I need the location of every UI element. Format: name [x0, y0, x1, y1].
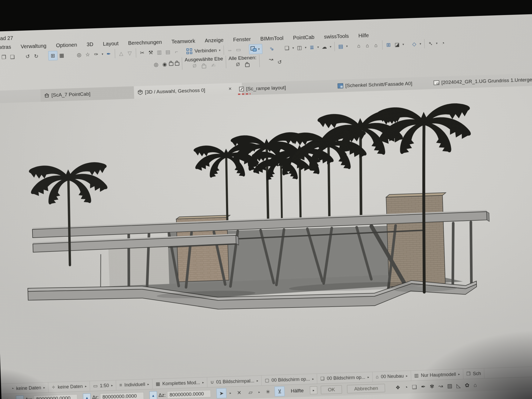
eye-on-icon[interactable]: ◉	[160, 60, 169, 69]
menu-layout[interactable]: Layout	[103, 41, 119, 47]
grid-icon[interactable]: ▦	[57, 51, 66, 60]
curve-tool-icon[interactable]: ↝	[438, 383, 443, 389]
raise-icon[interactable]: ▥	[155, 48, 164, 57]
dimension-icon[interactable]: ⇔	[225, 45, 234, 55]
spiral-undo-icon[interactable]: ↺	[275, 57, 284, 66]
marquee-tool-button[interactable]: ▱	[246, 388, 255, 397]
snap-grid-icon[interactable]: ⊞	[48, 51, 58, 61]
coord-dr[interactable]: ▲ Δr: 80000000.0000	[83, 392, 144, 399]
verbinden-label[interactable]: Verbinden	[194, 48, 217, 54]
menu-swisstools[interactable]: swissTools	[324, 33, 349, 40]
corner-icon[interactable]: ⌐	[172, 47, 181, 56]
coord-dx[interactable]: ▲ Δx: 80000000.0000	[16, 394, 77, 399]
menu-verwaltung[interactable]: Verwaltung	[21, 43, 46, 49]
pen-tool-icon[interactable]: ✒	[421, 384, 425, 390]
axonometry-icon[interactable]: ◇	[410, 39, 418, 49]
compass-tool-icon[interactable]: ◔	[404, 384, 408, 390]
copy-icon[interactable]: ❐	[0, 53, 8, 62]
menu-bimmtool[interactable]: BIMmTool	[260, 35, 284, 42]
cut-tool-button[interactable]: ✕	[234, 388, 244, 397]
wave-arrow-icon[interactable]: ↝	[267, 55, 275, 64]
list-caret-icon[interactable]: ▾	[316, 45, 320, 49]
haelfte-caret-icon[interactable]: ▸	[310, 386, 317, 394]
walkthrough-icon[interactable]: ➴	[426, 39, 435, 48]
status-segment-scale[interactable]: ▭ 1:50 ▸	[90, 380, 116, 391]
flower-tool-icon[interactable]: ✿	[465, 382, 469, 389]
viewport-3d[interactable]	[0, 84, 532, 384]
cloud-caret-icon[interactable]: ▾	[329, 45, 332, 48]
ok-button[interactable]: OK	[321, 385, 342, 394]
favorites-star-icon[interactable]: ☆	[83, 50, 92, 59]
unlock-icon[interactable]	[169, 62, 173, 66]
menu-optionen[interactable]: Optionen	[56, 42, 77, 49]
menu-anzeige[interactable]: Anzeige	[205, 37, 224, 43]
menu-hilfe[interactable]: Hilfe	[358, 32, 369, 38]
menu-teamwork[interactable]: Teamwork	[171, 38, 195, 45]
list-view-icon[interactable]: ≣	[308, 43, 316, 52]
panel-pen-icon[interactable]: ◪	[393, 40, 401, 49]
layers-caret-icon[interactable]: ▾	[345, 44, 349, 48]
cursor-target-icon[interactable]: ◎	[75, 50, 84, 59]
status-segment-zoom[interactable]: ◔ keine Daten ▸	[8, 382, 49, 394]
pickup-caret-icon[interactable]: ▾	[101, 52, 104, 56]
eye-cycle-icon[interactable]: ◎	[152, 60, 161, 69]
status-segment-partial[interactable]: ❒ Sch	[463, 368, 484, 379]
walk-caret-icon[interactable]: ▾	[435, 41, 439, 45]
selected-hide-icon[interactable]: Ø	[192, 63, 196, 69]
dx-value[interactable]: 80000000.0000	[34, 394, 78, 399]
section-view-icon[interactable]: ◫	[295, 43, 304, 52]
lock-icon[interactable]	[175, 62, 179, 66]
adjust-icon[interactable]: ⚒	[146, 48, 155, 57]
section-caret-icon[interactable]: ▾	[304, 46, 308, 49]
all-lock-icon[interactable]	[245, 63, 249, 67]
cloud-icon[interactable]: ☁	[320, 42, 329, 51]
selected-hand-icon[interactable]: ✍	[211, 62, 216, 69]
marquee-caret-icon[interactable]: ▾	[257, 47, 261, 51]
triangle-tool-icon[interactable]: ◺	[456, 382, 461, 389]
level-down-icon[interactable]: ▽	[125, 49, 134, 58]
spark-tool-button[interactable]: ✳	[263, 387, 273, 397]
paste-icon[interactable]: ❏	[8, 52, 17, 62]
verbinden-icon[interactable]	[185, 47, 194, 56]
all-hide-icon[interactable]: Ø	[236, 62, 240, 67]
verbinden-caret-icon[interactable]: ▾	[218, 48, 222, 52]
clipboard-tool-icon[interactable]: ❏	[412, 384, 417, 390]
edge-cut-icon[interactable]: ◔	[438, 38, 447, 48]
hatch-tool-icon[interactable]: ▨	[447, 383, 453, 389]
selected-lock-icon[interactable]	[202, 65, 206, 69]
status-segment-renovation[interactable]: ⌂ 00 Neubau ▸	[373, 371, 411, 382]
dz-value[interactable]: 80000000.0000	[167, 390, 211, 398]
axo-caret-icon[interactable]: ▾	[418, 42, 422, 45]
menu-extras[interactable]: Extras	[0, 44, 11, 50]
home-tool-icon[interactable]: ⌂	[474, 382, 477, 388]
tab-close-icon[interactable]: ×	[227, 86, 234, 92]
dr-value[interactable]: 80000000.0000	[100, 392, 144, 399]
pin-tool-icon[interactable]: ❖	[395, 384, 401, 391]
cursor-tool-caret-icon[interactable]: ▸	[228, 391, 232, 395]
status-segment-pen[interactable]: ✧ keine Daten ▸	[48, 381, 90, 392]
stairs-icon[interactable]: ▤	[163, 47, 172, 56]
layers-icon[interactable]: ▤	[336, 42, 345, 51]
marquee-tool-caret-icon[interactable]: ▸	[257, 390, 261, 394]
split-icon[interactable]: ✂	[138, 48, 147, 57]
undo-icon[interactable]: ↺	[23, 52, 32, 61]
coord-dz[interactable]: ▲ Δz: 80000000.0000	[149, 389, 211, 399]
panel-pen-caret-icon[interactable]: ▾	[401, 42, 405, 46]
house-down-icon[interactable]: ⌂	[371, 41, 380, 50]
inject-parameters-icon[interactable]: ✒	[104, 49, 113, 58]
status-segment-structure[interactable]: ▥ Nur Hauptmodell ▸	[411, 369, 463, 381]
tree-tool-icon[interactable]: ✾	[430, 383, 434, 390]
cursor-tool-button[interactable]: ➤	[216, 388, 227, 398]
menu-fenster[interactable]: Fenster	[233, 36, 251, 43]
pickup-parameters-icon[interactable]: ✑	[92, 50, 101, 59]
branch-tool-button[interactable]: ⊻	[275, 386, 285, 396]
marquee-mode-button[interactable]: ▾	[249, 44, 262, 54]
house-up-icon[interactable]: ⌂	[363, 41, 372, 50]
nudge-icon[interactable]: ⇘	[267, 44, 276, 53]
menu-3d[interactable]: 3D	[87, 41, 93, 48]
status-segment-layers[interactable]: ≡ Individuell ▸	[116, 379, 153, 390]
render-icon[interactable]: ❑	[283, 44, 291, 53]
render-caret-icon[interactable]: ▾	[291, 46, 295, 50]
solar-panel-icon[interactable]: ⊞	[384, 40, 393, 49]
level-up-icon[interactable]: △	[117, 49, 125, 58]
